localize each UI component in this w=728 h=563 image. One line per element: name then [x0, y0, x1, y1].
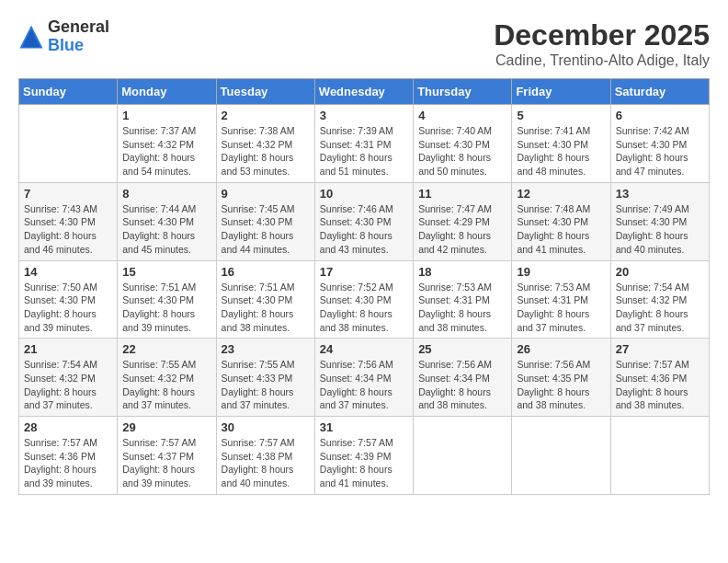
calendar-week-row: 28Sunrise: 7:57 AMSunset: 4:36 PMDayligh… — [19, 417, 710, 495]
day-info: Sunrise: 7:56 AMSunset: 4:34 PMDaylight:… — [320, 358, 408, 412]
day-info: Sunrise: 7:39 AMSunset: 4:31 PMDaylight:… — [320, 124, 408, 178]
day-number: 27 — [616, 342, 704, 356]
day-info: Sunrise: 7:44 AMSunset: 4:30 PMDaylight:… — [122, 202, 210, 257]
calendar-cell: 24Sunrise: 7:56 AMSunset: 4:34 PMDayligh… — [314, 339, 413, 417]
day-number: 17 — [320, 265, 408, 279]
calendar-cell: 20Sunrise: 7:54 AMSunset: 4:32 PMDayligh… — [610, 260, 709, 339]
calendar-cell: 10Sunrise: 7:46 AMSunset: 4:30 PMDayligh… — [314, 182, 413, 260]
weekday-header: Sunday — [19, 79, 118, 105]
calendar-cell — [19, 105, 118, 183]
day-number: 31 — [320, 420, 408, 434]
day-info: Sunrise: 7:50 AMSunset: 4:30 PMDaylight:… — [24, 281, 112, 335]
day-info: Sunrise: 7:56 AMSunset: 4:34 PMDaylight:… — [418, 358, 506, 412]
day-number: 5 — [517, 109, 605, 122]
day-info: Sunrise: 7:38 AMSunset: 4:32 PMDaylight:… — [222, 124, 310, 178]
calendar-cell: 6Sunrise: 7:42 AMSunset: 4:30 PMDaylight… — [610, 105, 709, 183]
calendar-cell: 1Sunrise: 7:37 AMSunset: 4:32 PMDaylight… — [118, 105, 216, 183]
day-number: 20 — [616, 265, 704, 279]
day-info: Sunrise: 7:54 AMSunset: 4:32 PMDaylight:… — [24, 358, 112, 412]
calendar-cell: 31Sunrise: 7:57 AMSunset: 4:39 PMDayligh… — [314, 417, 413, 495]
weekday-header: Saturday — [610, 79, 709, 105]
calendar-cell: 21Sunrise: 7:54 AMSunset: 4:32 PMDayligh… — [19, 339, 118, 417]
day-number: 4 — [418, 109, 506, 122]
day-info: Sunrise: 7:49 AMSunset: 4:30 PMDaylight:… — [616, 202, 704, 257]
day-number: 12 — [517, 187, 605, 201]
day-info: Sunrise: 7:57 AMSunset: 4:38 PMDaylight:… — [222, 436, 310, 490]
day-number: 8 — [122, 187, 210, 201]
calendar-cell — [414, 417, 512, 495]
calendar-week-row: 1Sunrise: 7:37 AMSunset: 4:32 PMDaylight… — [19, 105, 710, 183]
day-info: Sunrise: 7:43 AMSunset: 4:30 PMDaylight:… — [24, 202, 112, 257]
day-info: Sunrise: 7:53 AMSunset: 4:31 PMDaylight:… — [517, 281, 605, 335]
logo: General Blue — [18, 18, 109, 55]
calendar-cell: 12Sunrise: 7:48 AMSunset: 4:30 PMDayligh… — [512, 182, 610, 260]
calendar-cell: 22Sunrise: 7:55 AMSunset: 4:32 PMDayligh… — [118, 339, 216, 417]
weekday-header: Wednesday — [314, 79, 413, 105]
day-number: 18 — [418, 265, 506, 279]
day-number: 16 — [222, 265, 310, 279]
weekday-header: Thursday — [414, 79, 512, 105]
day-number: 21 — [24, 342, 112, 356]
calendar-week-row: 21Sunrise: 7:54 AMSunset: 4:32 PMDayligh… — [19, 339, 710, 417]
day-info: Sunrise: 7:57 AMSunset: 4:39 PMDaylight:… — [320, 436, 408, 490]
day-number: 1 — [122, 109, 210, 122]
day-number: 22 — [122, 342, 210, 356]
calendar-cell: 3Sunrise: 7:39 AMSunset: 4:31 PMDaylight… — [314, 105, 413, 183]
day-info: Sunrise: 7:46 AMSunset: 4:30 PMDaylight:… — [320, 202, 408, 257]
calendar-cell: 29Sunrise: 7:57 AMSunset: 4:37 PMDayligh… — [118, 417, 216, 495]
calendar-cell: 7Sunrise: 7:43 AMSunset: 4:30 PMDaylight… — [19, 182, 118, 260]
day-info: Sunrise: 7:41 AMSunset: 4:30 PMDaylight:… — [517, 124, 605, 178]
day-number: 30 — [222, 420, 310, 434]
day-number: 11 — [418, 187, 506, 201]
logo-blue: Blue — [48, 36, 84, 54]
day-number: 28 — [24, 420, 112, 434]
day-info: Sunrise: 7:53 AMSunset: 4:31 PMDaylight:… — [418, 281, 506, 335]
calendar-cell: 2Sunrise: 7:38 AMSunset: 4:32 PMDaylight… — [216, 105, 314, 183]
calendar-week-row: 14Sunrise: 7:50 AMSunset: 4:30 PMDayligh… — [19, 260, 710, 339]
title-block: December 2025 Cadine, Trentino-Alto Adig… — [494, 18, 710, 69]
day-number: 23 — [222, 342, 310, 356]
day-number: 26 — [517, 342, 605, 356]
calendar-cell: 19Sunrise: 7:53 AMSunset: 4:31 PMDayligh… — [512, 260, 610, 339]
location-title: Cadine, Trentino-Alto Adige, Italy — [494, 52, 710, 69]
calendar-header-row: SundayMondayTuesdayWednesdayThursdayFrid… — [19, 79, 710, 105]
day-number: 2 — [222, 109, 310, 122]
day-info: Sunrise: 7:48 AMSunset: 4:30 PMDaylight:… — [517, 202, 605, 257]
calendar-cell: 5Sunrise: 7:41 AMSunset: 4:30 PMDaylight… — [512, 105, 610, 183]
day-info: Sunrise: 7:55 AMSunset: 4:33 PMDaylight:… — [222, 358, 310, 412]
day-info: Sunrise: 7:55 AMSunset: 4:32 PMDaylight:… — [122, 358, 210, 412]
day-info: Sunrise: 7:47 AMSunset: 4:29 PMDaylight:… — [418, 202, 506, 257]
day-info: Sunrise: 7:40 AMSunset: 4:30 PMDaylight:… — [418, 124, 506, 178]
day-number: 6 — [616, 109, 704, 122]
calendar-cell: 4Sunrise: 7:40 AMSunset: 4:30 PMDaylight… — [414, 105, 512, 183]
day-number: 29 — [122, 420, 210, 434]
month-title: December 2025 — [494, 18, 710, 52]
calendar-cell: 16Sunrise: 7:51 AMSunset: 4:30 PMDayligh… — [216, 260, 314, 339]
day-number: 10 — [320, 187, 408, 201]
calendar-cell: 23Sunrise: 7:55 AMSunset: 4:33 PMDayligh… — [216, 339, 314, 417]
day-info: Sunrise: 7:37 AMSunset: 4:32 PMDaylight:… — [122, 124, 210, 178]
day-number: 13 — [616, 187, 704, 201]
calendar-cell: 9Sunrise: 7:45 AMSunset: 4:30 PMDaylight… — [216, 182, 314, 260]
day-number: 15 — [122, 265, 210, 279]
day-info: Sunrise: 7:42 AMSunset: 4:30 PMDaylight:… — [616, 124, 704, 178]
day-number: 3 — [320, 109, 408, 122]
day-info: Sunrise: 7:56 AMSunset: 4:35 PMDaylight:… — [517, 358, 605, 412]
calendar-cell: 18Sunrise: 7:53 AMSunset: 4:31 PMDayligh… — [414, 260, 512, 339]
day-number: 25 — [418, 342, 506, 356]
calendar-cell: 15Sunrise: 7:51 AMSunset: 4:30 PMDayligh… — [118, 260, 216, 339]
logo-icon — [18, 24, 44, 50]
day-info: Sunrise: 7:54 AMSunset: 4:32 PMDaylight:… — [616, 281, 704, 335]
weekday-header: Monday — [118, 79, 216, 105]
calendar-cell: 30Sunrise: 7:57 AMSunset: 4:38 PMDayligh… — [216, 417, 314, 495]
day-info: Sunrise: 7:45 AMSunset: 4:30 PMDaylight:… — [222, 202, 310, 257]
page-header: General Blue December 2025 Cadine, Trent… — [18, 18, 710, 69]
day-number: 9 — [222, 187, 310, 201]
day-info: Sunrise: 7:57 AMSunset: 4:36 PMDaylight:… — [616, 358, 704, 412]
day-info: Sunrise: 7:57 AMSunset: 4:37 PMDaylight:… — [122, 436, 210, 490]
weekday-header: Tuesday — [216, 79, 314, 105]
calendar-cell: 14Sunrise: 7:50 AMSunset: 4:30 PMDayligh… — [19, 260, 118, 339]
calendar-cell: 17Sunrise: 7:52 AMSunset: 4:30 PMDayligh… — [314, 260, 413, 339]
calendar-cell: 26Sunrise: 7:56 AMSunset: 4:35 PMDayligh… — [512, 339, 610, 417]
calendar-cell — [610, 417, 709, 495]
